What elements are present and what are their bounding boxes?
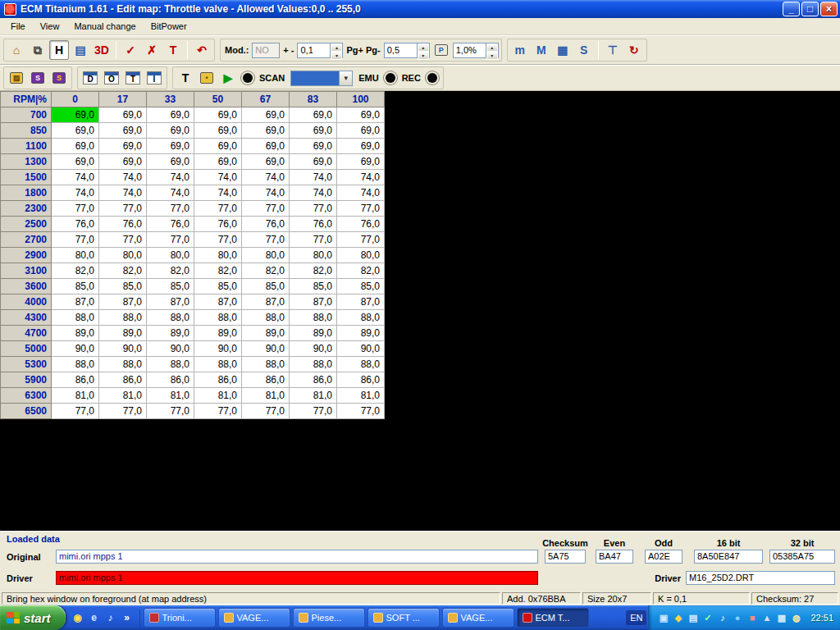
- tuning-icon[interactable]: T: [176, 68, 195, 88]
- column-header[interactable]: 100: [337, 92, 385, 107]
- map-cell[interactable]: 90,0: [52, 341, 99, 357]
- map-cell[interactable]: 90,0: [99, 341, 147, 357]
- map-cell[interactable]: 69,0: [290, 107, 337, 123]
- map-cell[interactable]: 89,0: [52, 326, 99, 341]
- scan-combo[interactable]: ▼: [290, 71, 353, 86]
- map-cell[interactable]: 86,0: [337, 372, 385, 388]
- recalc-checksum-icon[interactable]: ↻: [624, 40, 644, 60]
- map-cell[interactable]: 69,0: [99, 139, 147, 154]
- map-cell[interactable]: 88,0: [242, 310, 290, 326]
- row-header[interactable]: 5300: [1, 357, 52, 372]
- column-header[interactable]: 0: [52, 92, 99, 107]
- map-cell[interactable]: 69,0: [242, 123, 290, 139]
- page-spin-buttons[interactable]: ▴▾: [417, 43, 430, 58]
- map-cell[interactable]: 77,0: [52, 404, 99, 419]
- lock-icon[interactable]: •: [197, 68, 217, 88]
- map-cell[interactable]: 88,0: [99, 357, 147, 372]
- launcher-icon[interactable]: ◉: [71, 609, 85, 626]
- map-cell[interactable]: 86,0: [52, 372, 99, 388]
- map-cell[interactable]: 82,0: [194, 263, 242, 279]
- tray-network-icon[interactable]: ▤: [687, 611, 699, 624]
- map-cell[interactable]: 69,0: [147, 139, 194, 154]
- map-cell[interactable]: 69,0: [194, 123, 242, 139]
- bit16-value[interactable]: 8A50E847: [694, 550, 763, 564]
- map-cell[interactable]: 77,0: [337, 404, 385, 419]
- map-cell[interactable]: 69,0: [52, 154, 99, 170]
- taskbar-task[interactable]: SOFT ...: [368, 608, 440, 628]
- map-cell[interactable]: 69,0: [194, 139, 242, 154]
- row-header[interactable]: 6300: [1, 388, 52, 404]
- map-cell[interactable]: 69,0: [52, 123, 99, 139]
- map-cell[interactable]: 81,0: [290, 388, 337, 404]
- start-button[interactable]: start: [0, 605, 66, 630]
- media-player-icon[interactable]: ♪: [103, 609, 118, 626]
- map-cell[interactable]: 74,0: [147, 170, 194, 185]
- map-cell[interactable]: 76,0: [52, 217, 99, 232]
- map-cell[interactable]: 87,0: [290, 294, 337, 310]
- row-header[interactable]: 5900: [1, 372, 52, 388]
- map-cell[interactable]: 90,0: [290, 341, 337, 357]
- percent-input[interactable]: [453, 43, 486, 58]
- map-cell[interactable]: 69,0: [337, 154, 385, 170]
- dump-window-icon[interactable]: D: [80, 68, 100, 88]
- bit32-value[interactable]: 05385A75: [769, 550, 835, 564]
- menu-item-manual-change[interactable]: Manual change: [66, 20, 143, 33]
- map-cell[interactable]: 88,0: [194, 357, 242, 372]
- map-cell[interactable]: 81,0: [337, 388, 385, 404]
- map-cell[interactable]: 69,0: [337, 107, 385, 123]
- map-cell[interactable]: 69,0: [52, 107, 99, 123]
- row-header[interactable]: 2500: [1, 217, 52, 232]
- map-cell[interactable]: 69,0: [99, 123, 147, 139]
- tray-app1-icon[interactable]: ▣: [657, 611, 669, 624]
- map-cell[interactable]: 74,0: [290, 185, 337, 201]
- map-cell[interactable]: 77,0: [99, 232, 147, 248]
- row-header[interactable]: 1500: [1, 170, 52, 185]
- original-input[interactable]: mimi.ori mpps 1: [56, 550, 538, 564]
- map-cell[interactable]: 87,0: [147, 294, 194, 310]
- tray-clockapp-icon[interactable]: ◍: [790, 611, 802, 624]
- map-cell[interactable]: 69,0: [99, 107, 147, 123]
- map-cell[interactable]: 88,0: [194, 310, 242, 326]
- taskbar-task[interactable]: Trioni...: [144, 608, 216, 628]
- map-cell[interactable]: 69,0: [290, 139, 337, 154]
- map-cell[interactable]: 76,0: [194, 217, 242, 232]
- tray-update-icon[interactable]: ✓: [701, 611, 714, 624]
- row-header[interactable]: 4000: [1, 294, 52, 310]
- map-cell[interactable]: 82,0: [147, 263, 194, 279]
- minimize-button[interactable]: _: [783, 2, 800, 16]
- original-window-icon[interactable]: O: [102, 68, 121, 88]
- map-cell[interactable]: 81,0: [52, 388, 99, 404]
- map-cell[interactable]: 88,0: [147, 357, 194, 372]
- map-cell[interactable]: 89,0: [147, 326, 194, 341]
- map-cell[interactable]: 87,0: [99, 294, 147, 310]
- column-header[interactable]: 17: [99, 92, 147, 107]
- map-cell[interactable]: 74,0: [242, 185, 290, 201]
- map-cell[interactable]: 74,0: [194, 185, 242, 201]
- driver-input[interactable]: mimi.ori mpps 1: [56, 571, 538, 585]
- map-cell[interactable]: 85,0: [337, 279, 385, 294]
- column-header[interactable]: 83: [290, 92, 337, 107]
- map-cell[interactable]: 77,0: [194, 201, 242, 217]
- map-cell[interactable]: 77,0: [99, 201, 147, 217]
- map-cell[interactable]: 69,0: [52, 139, 99, 154]
- map-cell[interactable]: 77,0: [147, 201, 194, 217]
- map-cell[interactable]: 77,0: [52, 232, 99, 248]
- taskbar-task[interactable]: Piese...: [293, 608, 365, 628]
- map-cell[interactable]: 87,0: [337, 294, 385, 310]
- map-cell[interactable]: 89,0: [99, 326, 147, 341]
- percent-spin-buttons[interactable]: ▴▾: [486, 43, 499, 58]
- map-cell[interactable]: 86,0: [147, 372, 194, 388]
- map-cell[interactable]: 85,0: [242, 279, 290, 294]
- tray-shield-icon[interactable]: ◆: [672, 611, 684, 624]
- row-header[interactable]: 1100: [1, 139, 52, 154]
- map-cell[interactable]: 69,0: [290, 123, 337, 139]
- map-cell[interactable]: 69,0: [290, 154, 337, 170]
- tray-display-icon[interactable]: ▦: [775, 611, 788, 624]
- row-header[interactable]: 3600: [1, 279, 52, 294]
- row-header[interactable]: 4700: [1, 326, 52, 341]
- map-cell[interactable]: 77,0: [290, 404, 337, 419]
- map-cell[interactable]: 88,0: [242, 357, 290, 372]
- map-cell[interactable]: 82,0: [52, 263, 99, 279]
- map-cell[interactable]: 77,0: [290, 201, 337, 217]
- map-cell[interactable]: 69,0: [194, 154, 242, 170]
